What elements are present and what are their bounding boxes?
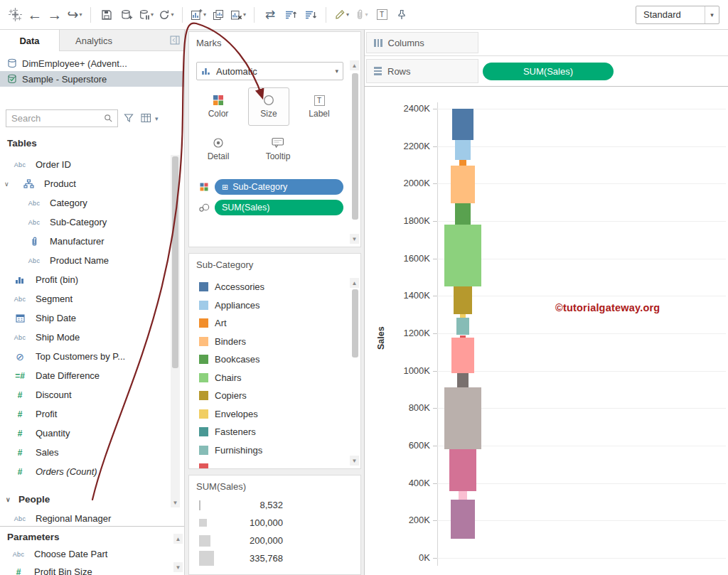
field-profit-bin-[interactable]: Profit (bin) xyxy=(0,270,171,289)
tab-analytics[interactable]: Analytics xyxy=(60,30,128,51)
scroll-down-arrow[interactable]: ▼ xyxy=(171,498,180,507)
field-profit[interactable]: #Profit xyxy=(0,404,171,424)
bar-segment-accessories[interactable] xyxy=(452,109,473,140)
rows-shelf[interactable]: Rows SUM(Sales) xyxy=(365,56,728,87)
people-section-header[interactable]: ∨ People xyxy=(0,490,171,509)
scroll-up-arrow[interactable]: ▲ xyxy=(173,534,183,544)
field-product-name[interactable]: AbcProduct Name xyxy=(0,251,171,270)
mark-type-dropdown[interactable]: Automatic ▾ xyxy=(196,62,343,80)
size-legend-item[interactable]: 200,000 xyxy=(189,532,360,549)
field-profit-bin-size[interactable]: #Profit Bin Size xyxy=(0,563,185,575)
field-ship-date[interactable]: Ship Date xyxy=(0,308,171,328)
chevron-down-icon[interactable]: ∨ xyxy=(6,496,14,503)
legend-item-accessories[interactable]: Accessories xyxy=(189,278,349,296)
label-button[interactable]: T Label xyxy=(299,87,340,126)
show-mark-labels-icon[interactable]: T xyxy=(373,5,391,25)
chevron-down-icon[interactable]: ▾ xyxy=(155,115,159,122)
field-product[interactable]: ∨Product xyxy=(0,174,171,193)
refresh-icon[interactable]: ▾ xyxy=(157,5,176,25)
scrollbar-thumb[interactable] xyxy=(352,289,358,358)
undo-icon[interactable]: ← xyxy=(26,5,44,25)
bar-segment-chairs[interactable] xyxy=(444,225,481,286)
scrollbar-thumb[interactable] xyxy=(172,156,178,368)
bar-segment-copiers[interactable] xyxy=(454,286,473,314)
field-discount[interactable]: #Discount xyxy=(0,385,171,404)
size-legend-item[interactable]: 8,532 xyxy=(189,496,360,514)
field-date-difference[interactable]: =#Date Difference xyxy=(0,366,171,385)
scroll-down-arrow[interactable]: ▼ xyxy=(173,562,183,572)
size-legend-item[interactable]: 335,768 xyxy=(189,549,360,567)
scrollbar-thumb[interactable] xyxy=(352,73,358,220)
bar-segment-appliances[interactable] xyxy=(455,140,470,160)
legend-item-art[interactable]: Art xyxy=(189,314,349,333)
field-category[interactable]: AbcCategory xyxy=(0,193,171,213)
field-regional-manager[interactable]: AbcRegional Manager xyxy=(0,509,171,528)
collapse-chevron-icon[interactable]: ∨ xyxy=(4,181,13,188)
duplicate-icon[interactable] xyxy=(209,5,228,25)
scroll-down-arrow[interactable]: ▼ xyxy=(350,456,359,466)
tooltip-button[interactable]: Tooltip xyxy=(257,130,299,168)
bar-segment-storage[interactable] xyxy=(449,449,476,491)
field-choose-date-part[interactable]: AbcChoose Date Part xyxy=(0,545,185,563)
field-manufacturer[interactable]: Manufacturer xyxy=(0,232,171,251)
legend-item-appliances[interactable]: Appliances xyxy=(189,296,349,315)
field-quantity[interactable]: #Quantity xyxy=(0,424,171,443)
legend-item-fasteners[interactable]: Fasteners xyxy=(189,423,349,441)
fit-dropdown[interactable]: Standard ▾ xyxy=(636,6,719,24)
scroll-down-arrow[interactable]: ▼ xyxy=(350,234,359,244)
color-button[interactable]: Color xyxy=(198,87,239,126)
new-worksheet-icon[interactable]: ▾ xyxy=(189,5,208,25)
bar-segment-paper[interactable] xyxy=(457,373,469,388)
legend-item-envelopes[interactable]: Envelopes xyxy=(189,405,349,424)
field-sub-category[interactable]: AbcSub-Category xyxy=(0,213,171,232)
tableau-logo-icon[interactable] xyxy=(6,5,24,25)
scroll-up-arrow[interactable]: ▲ xyxy=(350,278,359,288)
search-box[interactable] xyxy=(6,109,118,127)
field-orders-count-[interactable]: #Orders (Count) xyxy=(0,462,171,481)
bar-segment-furnishings[interactable] xyxy=(456,318,470,335)
data-source-item[interactable]: DimEmployee+ (Advent... xyxy=(0,55,184,71)
columns-shelf[interactable]: Columns xyxy=(365,30,728,56)
bar-segment-binders[interactable] xyxy=(451,166,475,204)
bar-segment-machines[interactable] xyxy=(451,338,474,373)
pause-auto-updates-icon[interactable]: ▾ xyxy=(137,5,156,25)
bar-segment-supplies[interactable] xyxy=(459,491,468,500)
detail-button[interactable]: Detail xyxy=(198,130,239,168)
scroll-up-arrow[interactable]: ▲ xyxy=(350,60,359,70)
fix-axes-icon[interactable] xyxy=(392,5,411,25)
data-source-item-selected[interactable]: Sample - Superstore xyxy=(0,71,184,87)
collapse-data-pane-icon[interactable] xyxy=(170,36,180,47)
field-top-customers-by-p-[interactable]: ⊘Top Customers by P... xyxy=(0,347,171,366)
view-as-table-icon[interactable] xyxy=(141,113,151,125)
sort-descending-icon[interactable] xyxy=(301,5,319,25)
legend-item-furnishings[interactable]: Furnishings xyxy=(189,441,349,460)
sort-ascending-icon[interactable] xyxy=(281,5,299,25)
save-icon[interactable] xyxy=(97,5,116,25)
field-sales[interactable]: #Sales xyxy=(0,443,171,462)
bar-segment-bookcases[interactable] xyxy=(455,203,471,225)
search-input[interactable] xyxy=(6,113,104,124)
field-order-id[interactable]: AbcOrder ID xyxy=(0,155,171,174)
filter-funnel-icon[interactable] xyxy=(124,113,134,125)
field-segment[interactable]: AbcSegment xyxy=(0,289,171,308)
paperclip-icon[interactable]: ▾ xyxy=(353,5,371,25)
legend-item-binders[interactable]: Binders xyxy=(189,333,349,351)
new-data-source-icon[interactable] xyxy=(117,5,136,25)
rows-pill-sum-sales[interactable]: SUM(Sales) xyxy=(483,63,614,80)
legend-item-chairs[interactable]: Chairs xyxy=(189,369,349,387)
replay-icon[interactable]: ↪▾ xyxy=(65,5,84,25)
pill-sub-category[interactable]: ⊞ Sub-Category xyxy=(215,179,343,195)
size-button[interactable]: Size xyxy=(248,87,289,126)
bar-segment-tables[interactable] xyxy=(451,500,476,539)
highlight-pen-icon[interactable]: ▾ xyxy=(333,5,351,25)
chevron-down-icon[interactable]: ▾ xyxy=(705,6,719,23)
legend-item-partial[interactable] xyxy=(189,459,349,468)
pill-sum-sales[interactable]: SUM(Sales) xyxy=(215,200,343,215)
tab-data[interactable]: Data xyxy=(0,30,60,51)
swap-rows-columns-icon[interactable]: ⇄ xyxy=(261,5,279,25)
clear-sheet-icon[interactable]: ▾ xyxy=(229,5,247,25)
bar-segment-art[interactable] xyxy=(459,160,466,165)
size-legend-item[interactable]: 100,000 xyxy=(189,514,360,532)
bar-segment-phones[interactable] xyxy=(444,387,481,449)
legend-item-copiers[interactable]: Copiers xyxy=(189,387,349,405)
